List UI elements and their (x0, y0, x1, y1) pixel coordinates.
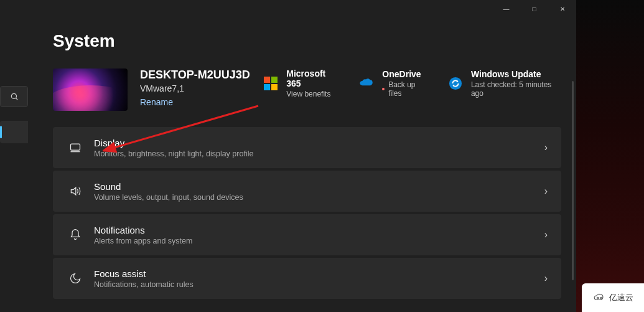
sound-icon (67, 185, 84, 197)
display-icon (67, 141, 84, 154)
card-microsoft365[interactable]: Microsoft 365 View benefits (263, 69, 340, 98)
svg-point-6 (597, 297, 599, 299)
device-model: VMware7,1 (140, 83, 250, 93)
search-icon (10, 92, 19, 101)
svg-point-0 (11, 93, 16, 98)
item-sub: Notifications, automatic rules (94, 280, 544, 289)
item-title: Sound (94, 181, 544, 192)
rename-link[interactable]: Rename (140, 97, 173, 107)
item-sub: Alerts from apps and system (94, 237, 544, 245)
sidebar-item-system[interactable] (0, 121, 28, 143)
item-title: Focus assist (94, 268, 544, 279)
item-notifications[interactable]: Notifications Alerts from apps and syste… (53, 214, 561, 255)
close-button[interactable]: ✕ (548, 0, 576, 17)
notifications-icon (67, 229, 84, 241)
watermark: 亿速云 (582, 283, 644, 312)
device-header: DESKTOP-M2UUJ3D VMware7,1 Rename Microso… (53, 69, 561, 111)
chevron-right-icon: › (544, 229, 548, 240)
svg-line-1 (16, 98, 17, 100)
windows-update-icon (447, 75, 464, 92)
item-sound[interactable]: Sound Volume levels, output, input, soun… (53, 171, 561, 212)
item-sub: Volume levels, output, input, sound devi… (94, 193, 544, 202)
card-sub: Back up files (382, 80, 428, 98)
settings-window: — □ ✕ System DESKTOP-M2UUJ3D VMware7,1 R… (0, 0, 576, 312)
microsoft365-icon (263, 75, 279, 92)
svg-point-7 (600, 297, 602, 299)
settings-list: Display Monitors, brightness, night ligh… (53, 127, 561, 299)
card-title: Microsoft 365 (286, 69, 340, 88)
item-focus-assist[interactable]: Focus assist Notifications, automatic ru… (53, 258, 561, 299)
minimize-button[interactable]: — (492, 0, 520, 17)
sidebar (0, 19, 28, 312)
card-title: OneDrive (382, 69, 428, 79)
chevron-right-icon: › (544, 142, 548, 153)
device-name: DESKTOP-M2UUJ3D (140, 69, 250, 82)
content-area: System DESKTOP-M2UUJ3D VMware7,1 Rename … (28, 19, 576, 312)
card-sub: View benefits (286, 90, 340, 98)
onedrive-icon (358, 75, 375, 92)
card-windows-update[interactable]: Windows Update Last checked: 5 minutes a… (447, 69, 561, 98)
chevron-right-icon: › (544, 186, 548, 197)
focus-assist-icon (67, 272, 84, 285)
maximize-button[interactable]: □ (520, 0, 548, 17)
desktop-background (576, 0, 644, 312)
svg-point-2 (449, 77, 462, 90)
svg-rect-3 (71, 144, 80, 150)
page-title: System (53, 31, 561, 51)
card-title: Windows Update (471, 69, 561, 79)
item-sub: Monitors, brightness, night light, displ… (94, 149, 544, 158)
search-button[interactable] (0, 86, 28, 107)
item-title: Notifications (94, 225, 544, 235)
wallpaper-thumbnail[interactable] (53, 69, 128, 111)
item-title: Display (94, 138, 544, 148)
card-sub: Last checked: 5 minutes ago (471, 80, 561, 98)
titlebar: — □ ✕ (0, 0, 576, 19)
chevron-right-icon: › (544, 273, 548, 284)
scrollbar[interactable] (572, 81, 574, 280)
item-display[interactable]: Display Monitors, brightness, night ligh… (53, 127, 561, 168)
card-onedrive[interactable]: OneDrive Back up files (358, 69, 428, 98)
